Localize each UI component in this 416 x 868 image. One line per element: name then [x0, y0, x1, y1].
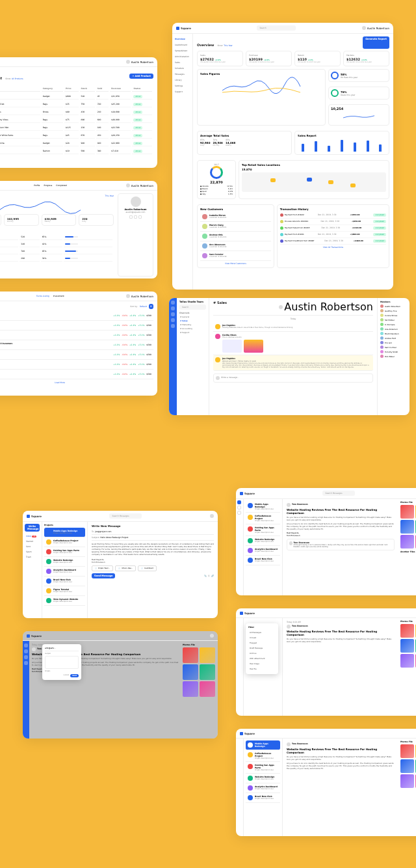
nav-icon[interactable] — [24, 644, 28, 647]
col-header[interactable]: Product — [0, 86, 40, 92]
project-item[interactable]: Brasil New ClubProject description text — [246, 793, 280, 803]
fund-row[interactable]: Fund Investing for Small InvestorsEquity… — [0, 340, 153, 350]
reply-text[interactable]: Although hosting it isn't't personal dea… — [294, 544, 392, 548]
member-item[interactable]: Rick Baker — [380, 355, 407, 358]
attachment-preview[interactable] — [222, 340, 242, 353]
nav-icon[interactable] — [24, 649, 28, 653]
table-row[interactable]: Backpack Eliminy VibesBags$75890640$48,0… — [0, 116, 152, 123]
tab-listing[interactable]: Funds Listing — [36, 295, 49, 297]
search-input[interactable]: Search — [257, 25, 296, 31]
view-all-link[interactable]: View All Transactions — [280, 246, 386, 249]
dropdown-item[interactable]: All Messages — [248, 630, 276, 635]
toolbar-icon[interactable]: 🔗 — [211, 575, 214, 577]
project-item[interactable]: Analytics DashboardProject description t… — [246, 546, 280, 556]
col-header[interactable]: Revenue — [110, 86, 131, 92]
table-row[interactable]: Dark Side ShoesShoes$89430210$18,690Acti… — [0, 109, 152, 115]
member-item[interactable]: Brent Davidson — [380, 332, 407, 335]
col-header[interactable]: Status — [132, 86, 152, 92]
member-item[interactable]: Andrea Hart — [380, 336, 407, 340]
attachment-chip[interactable]: 📄Project Team... — [92, 565, 113, 571]
social-icon[interactable] — [129, 215, 133, 219]
nav-icon[interactable] — [237, 506, 241, 509]
dropdown-item[interactable]: Flagged — [248, 640, 276, 645]
project-item[interactable]: Brasil New ClubProject description text — [246, 556, 280, 565]
nav-icon[interactable] — [171, 312, 175, 316]
nav-icon[interactable] — [171, 318, 175, 322]
member-item[interactable]: Sid McNiel — [380, 318, 407, 321]
nav-icon[interactable] — [171, 324, 175, 328]
user[interactable]: Austin Robertson — [279, 301, 373, 313]
customer-row[interactable]: Andrew OtisCustomer ID #00220 — [200, 232, 271, 241]
social-icon[interactable] — [134, 215, 137, 219]
customer-row[interactable]: Ann AbramsonCustomer ID #00219 — [200, 241, 271, 251]
customer-row[interactable]: Marvin CraigCustomer ID #00221 — [200, 222, 271, 232]
nav-icon[interactable] — [171, 301, 175, 305]
project-item[interactable]: Website RedesignProject description text — [246, 536, 280, 546]
nav-messages[interactable]: Messages — [174, 72, 191, 77]
table-row[interactable]: T-Shirt LoungerFashion$19560390$7,410Act… — [0, 148, 152, 154]
attachment-preview[interactable] — [244, 340, 263, 353]
nav-support[interactable]: Support — [174, 89, 191, 94]
project-item[interactable]: Mobile Apps RedesignProject description … — [246, 501, 280, 513]
photo-thumb[interactable] — [400, 654, 414, 668]
channel-item[interactable]: # Support — [179, 331, 206, 334]
search-input[interactable]: Search Messages — [322, 491, 355, 496]
user[interactable]: Austin Robertson — [126, 294, 153, 298]
sort-value[interactable]: Default — [140, 305, 147, 308]
dropdown-item[interactable]: With Attachment — [248, 656, 276, 661]
table-row[interactable]: Small Bag Pillow White PantsBags$4567045… — [0, 132, 152, 139]
period-value[interactable]: This Year — [224, 44, 232, 47]
tab-profile[interactable]: Profile — [34, 184, 40, 187]
tab-progress[interactable]: Progress — [44, 184, 52, 187]
col-header[interactable]: Sold — [96, 86, 109, 92]
dropdown-item[interactable]: Archive — [248, 651, 276, 656]
active-project[interactable]: Mobile Apps Redesign — [246, 740, 280, 750]
project-item[interactable]: Website RedesignProject description text — [246, 774, 280, 783]
project-item[interactable]: View Dynamic WebsiteProject description … — [44, 596, 85, 606]
filter-button[interactable]: ⚙ — [149, 304, 153, 309]
nav-settings[interactable]: Settings — [174, 83, 191, 88]
photo-thumb[interactable] — [200, 664, 215, 680]
attachment-chip[interactable]: 📄What's New... — [115, 565, 136, 571]
cancel-button[interactable]: Cancel — [63, 674, 68, 677]
toolbar-icon[interactable]: ☺ — [208, 575, 210, 577]
write-button[interactable]: Write Message — [25, 524, 40, 532]
nav-library[interactable]: Library — [174, 77, 191, 83]
project-item[interactable]: Analytics DashboardProject description t… — [44, 567, 85, 576]
tab-completed[interactable]: Completed — [56, 184, 66, 187]
load-more-link[interactable]: Load More — [0, 381, 153, 384]
member-item[interactable]: Eric Gill — [380, 341, 407, 344]
project-item[interactable]: Website RedesignProject description text — [44, 557, 85, 567]
nav-sales[interactable]: Sales — [174, 60, 191, 65]
photo-thumb[interactable] — [400, 639, 414, 653]
modal-body[interactable] — [45, 656, 79, 669]
project-item[interactable]: Analytics DashboardProject description t… — [246, 783, 280, 793]
table-row[interactable]: Smooth Hair VanillaGadget$28940820$22,96… — [0, 140, 152, 146]
table-row[interactable]: Nike Nog Bags ClubBags$35750720$25,200Ac… — [0, 101, 152, 107]
user[interactable] — [210, 514, 214, 518]
project-item[interactable]: CoffeeRehouse ProjectProject description… — [246, 513, 280, 524]
dropdown-item[interactable]: Has File — [248, 666, 276, 671]
nav-spreadsheet[interactable]: Spreadsheet — [174, 48, 191, 53]
dropdown-item[interactable]: Draft Message — [248, 645, 276, 651]
photo-thumb[interactable] — [400, 774, 414, 788]
nav-admin[interactable]: Administration — [174, 54, 191, 59]
fund-row[interactable]: Pan Pacific FundsInternational+1.2%-0.8%… — [0, 370, 153, 379]
photo-thumb[interactable] — [183, 647, 198, 663]
table-row[interactable]: Apple WatchGadget$69052045$31,050Active — [0, 93, 152, 100]
customer-row[interactable]: Isabella MoranCustomer ID #00222 — [200, 212, 271, 222]
to-field[interactable]: alto@adv... — [45, 647, 79, 651]
project-item[interactable]: Holding Van Apps PartnProject descriptio… — [44, 547, 85, 557]
fund-row[interactable]: Smallcap GrowthEquity Small Cap+1.2%-0.8… — [0, 321, 153, 331]
project-item[interactable]: Holding Van Apps PartnProject descriptio… — [246, 762, 280, 774]
nav-overview[interactable]: Overview — [174, 36, 191, 42]
nav-icon[interactable] — [24, 655, 28, 659]
photo-thumb[interactable] — [400, 505, 414, 519]
mail-nav-item[interactable]: Sent — [25, 544, 40, 549]
user[interactable]: Austin Robertson — [126, 183, 153, 187]
col-header[interactable]: Stock — [80, 86, 95, 92]
member-item[interactable]: Sam Cormier — [380, 346, 407, 349]
nav-schedule[interactable]: Schedule — [174, 66, 191, 71]
member-item[interactable]: Timothy Smith — [380, 350, 407, 353]
fund-row[interactable]: Hybrid EquityHybrid Fund+1.2%-0.8%+2.4%+… — [0, 350, 153, 360]
